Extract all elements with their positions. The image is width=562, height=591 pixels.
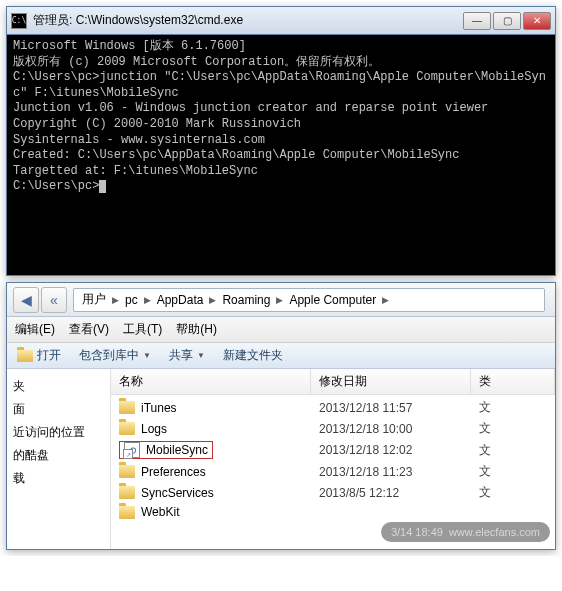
- cursor: [99, 180, 106, 193]
- file-row[interactable]: Preferences2013/12/18 11:23文: [111, 461, 555, 482]
- file-name: SyncServices: [141, 486, 214, 500]
- menu-edit[interactable]: 编辑(E): [15, 321, 55, 338]
- file-type: 文: [471, 463, 555, 480]
- folder-icon: [119, 486, 135, 499]
- breadcrumb-segment[interactable]: pc: [121, 293, 142, 307]
- file-date: 2013/12/18 11:57: [311, 401, 471, 415]
- col-name-header[interactable]: 名称: [111, 369, 311, 394]
- file-date: 2013/12/18 11:23: [311, 465, 471, 479]
- chevron-right-icon[interactable]: ▶: [142, 295, 153, 305]
- menu-help[interactable]: 帮助(H): [176, 321, 217, 338]
- file-date: 2013/12/18 12:02: [311, 443, 471, 457]
- sidebar-item[interactable]: 近访问的位置: [11, 421, 106, 444]
- back-button[interactable]: ◀: [13, 287, 39, 313]
- maximize-button[interactable]: ▢: [493, 12, 521, 30]
- share-label: 共享: [169, 347, 193, 364]
- file-row[interactable]: WebKit: [111, 503, 555, 521]
- cmd-line: C:\Users\pc>junction "C:\Users\pc\AppDat…: [13, 70, 549, 101]
- sidebar-item[interactable]: 载: [11, 467, 106, 490]
- folder-icon: [119, 465, 135, 478]
- file-row[interactable]: ⟲MobileSync2013/12/18 12:02文: [111, 439, 555, 461]
- file-type: 文: [471, 420, 555, 437]
- cmd-line: Copyright (C) 2000-2010 Mark Russinovich: [13, 117, 549, 133]
- close-button[interactable]: ✕: [523, 12, 551, 30]
- column-headers: 名称 修改日期 类: [111, 369, 555, 395]
- open-button[interactable]: 打开: [17, 347, 61, 364]
- explorer-navbar: ◀ « 用户▶pc▶AppData▶Roaming▶Apple Computer…: [7, 283, 555, 317]
- chevron-right-icon[interactable]: ▶: [207, 295, 218, 305]
- file-row[interactable]: Logs2013/12/18 10:00文: [111, 418, 555, 439]
- chevron-down-icon: ▼: [143, 351, 151, 360]
- cmd-line: 版权所有 (c) 2009 Microsoft Corporation。保留所有…: [13, 55, 549, 71]
- cmd-line: Created: C:\Users\pc\AppData\Roaming\App…: [13, 148, 549, 164]
- file-list: iTunes2013/12/18 11:57文Logs2013/12/18 10…: [111, 395, 555, 523]
- breadcrumb-segment[interactable]: Roaming: [218, 293, 274, 307]
- sidebar-item[interactable]: 的酷盘: [11, 444, 106, 467]
- sidebar-item[interactable]: 面: [11, 398, 106, 421]
- chevron-right-icon[interactable]: ▶: [274, 295, 285, 305]
- folder-icon: [119, 401, 135, 414]
- chevron-right-icon[interactable]: ▶: [380, 295, 391, 305]
- include-label: 包含到库中: [79, 347, 139, 364]
- watermark: 3/14 18:49 www.elecfans.com: [381, 522, 550, 542]
- cmd-icon: C:\: [11, 13, 27, 29]
- cmd-titlebar[interactable]: C:\ 管理员: C:\Windows\system32\cmd.exe — ▢…: [7, 7, 555, 35]
- file-name: Logs: [141, 422, 167, 436]
- newfolder-label: 新建文件夹: [223, 347, 283, 364]
- menu-tools[interactable]: 工具(T): [123, 321, 162, 338]
- breadcrumb-segment[interactable]: AppData: [153, 293, 208, 307]
- chevron-down-icon: ▼: [197, 351, 205, 360]
- explorer-menubar: 编辑(E) 查看(V) 工具(T) 帮助(H): [7, 317, 555, 343]
- folder-icon: [119, 506, 135, 519]
- minimize-button[interactable]: —: [463, 12, 491, 30]
- file-row[interactable]: iTunes2013/12/18 11:57文: [111, 397, 555, 418]
- explorer-toolbar: 打开 包含到库中▼ 共享▼ 新建文件夹: [7, 343, 555, 369]
- watermark-time: 3/14 18:49: [391, 526, 443, 538]
- explorer-window: ◀ « 用户▶pc▶AppData▶Roaming▶Apple Computer…: [6, 282, 556, 550]
- menu-view[interactable]: 查看(V): [69, 321, 109, 338]
- open-label: 打开: [37, 347, 61, 364]
- col-date-header[interactable]: 修改日期: [311, 369, 471, 394]
- file-name: MobileSync: [146, 443, 208, 457]
- cmd-line: Junction v1.06 - Windows junction creato…: [13, 101, 549, 117]
- cmd-line: Sysinternals - www.sysinternals.com: [13, 133, 549, 149]
- new-folder-button[interactable]: 新建文件夹: [223, 347, 283, 364]
- cmd-window: C:\ 管理员: C:\Windows\system32\cmd.exe — ▢…: [6, 6, 556, 276]
- watermark-site: www.elecfans.com: [449, 526, 540, 538]
- share-button[interactable]: 共享▼: [169, 347, 205, 364]
- shortcut-icon: ⟲: [124, 442, 140, 458]
- cmd-output[interactable]: Microsoft Windows [版本 6.1.7600]版权所有 (c) …: [7, 35, 555, 275]
- history-button[interactable]: «: [41, 287, 67, 313]
- cmd-line: C:\Users\pc>: [13, 179, 549, 195]
- cmd-line: Microsoft Windows [版本 6.1.7600]: [13, 39, 549, 55]
- file-type: 文: [471, 399, 555, 416]
- folder-icon: [119, 422, 135, 435]
- file-type: 文: [471, 484, 555, 501]
- breadcrumb-segment[interactable]: 用户: [78, 291, 110, 308]
- sidebar-item[interactable]: 夹: [11, 375, 106, 398]
- breadcrumb[interactable]: 用户▶pc▶AppData▶Roaming▶Apple Computer▶: [73, 288, 545, 312]
- file-name: Preferences: [141, 465, 206, 479]
- cmd-title: 管理员: C:\Windows\system32\cmd.exe: [33, 12, 463, 29]
- file-row[interactable]: SyncServices2013/8/5 12:12文: [111, 482, 555, 503]
- file-name: WebKit: [141, 505, 179, 519]
- file-type: 文: [471, 442, 555, 459]
- include-library-button[interactable]: 包含到库中▼: [79, 347, 151, 364]
- file-date: 2013/8/5 12:12: [311, 486, 471, 500]
- chevron-right-icon[interactable]: ▶: [110, 295, 121, 305]
- folder-icon: [17, 350, 33, 362]
- file-date: 2013/12/18 10:00: [311, 422, 471, 436]
- file-name: iTunes: [141, 401, 177, 415]
- breadcrumb-segment[interactable]: Apple Computer: [285, 293, 380, 307]
- col-type-header[interactable]: 类: [471, 369, 555, 394]
- explorer-sidebar: 夹面近访问的位置的酷盘载: [7, 369, 111, 549]
- cmd-line: Targetted at: F:\itunes\MobileSync: [13, 164, 549, 180]
